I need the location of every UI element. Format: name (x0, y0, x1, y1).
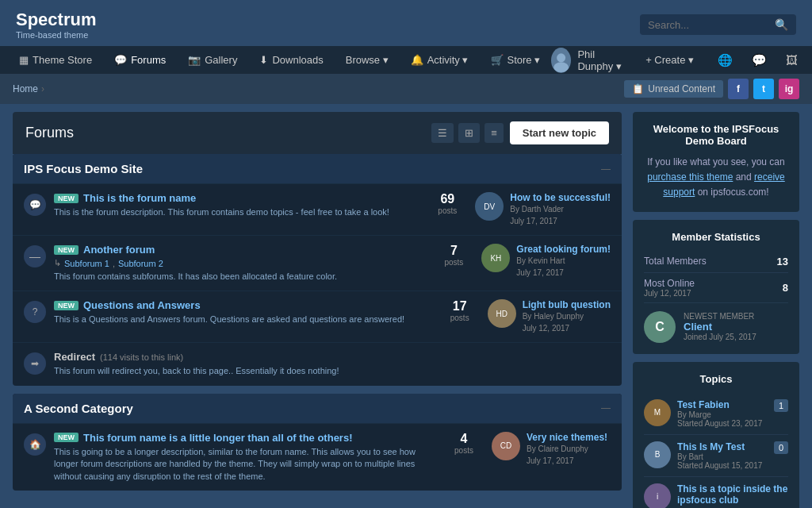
nav-activity[interactable]: 🔔 Activity ▾ (400, 46, 480, 74)
topic-content: This is a topic inside the ipsfocus club (677, 483, 788, 506)
breadcrumb-home[interactable]: Home (13, 83, 38, 94)
last-post-meta: By Darth Vader July 17, 2017 (510, 203, 611, 227)
activity-icon: 🔔 (411, 54, 423, 66)
category-1-name: IPS Focus Demo Site (24, 162, 143, 175)
forum-name[interactable]: This is the forum name (83, 192, 196, 204)
nav-images-icon[interactable]: 🖼 (779, 47, 804, 73)
forums-header: Forums ☰ ⊞ ≡ Start new topic (13, 112, 622, 154)
welcome-title: Welcome to the IPSFocus Demo Board (644, 123, 788, 147)
stat-num: 4 (444, 432, 484, 446)
new-badge: NEW (54, 194, 79, 203)
search-bar[interactable]: 🔍 (640, 14, 796, 35)
nav-messages-icon[interactable]: 💬 (745, 47, 773, 74)
member-info: NEWEST MEMBER Client Joined July 25, 201… (684, 312, 788, 341)
last-post-avatar: KH (481, 244, 510, 272)
last-post-title[interactable]: Great looking forum! (516, 244, 611, 255)
category-1-toggle[interactable]: — (601, 164, 611, 175)
stat-label: posts (444, 446, 484, 455)
subforum-2-link[interactable]: Subforum 2 (118, 259, 163, 268)
most-online-row: Most Online July 12, 2017 8 (644, 273, 788, 303)
nav-create[interactable]: + Create ▾ (634, 46, 705, 74)
category-1: IPS Focus Demo Site — 💬 NEW This is the … (13, 154, 622, 386)
forum-last-post: DV How to be successful! By Darth Vader … (475, 192, 611, 227)
total-members-row: Total Members 13 (644, 251, 788, 273)
newest-member-name[interactable]: Client (684, 321, 788, 333)
forum-status-icon: 🏠 (24, 433, 46, 456)
forum-info: NEW Questions and Answers This is a Ques… (54, 299, 432, 325)
facebook-button[interactable]: f (728, 79, 749, 99)
forum-name[interactable]: Another forum (83, 244, 155, 256)
grid-view-button[interactable]: ⊞ (458, 123, 480, 143)
last-post-title[interactable]: Very nice themes! (527, 432, 611, 443)
nav-theme-store[interactable]: ▦ Theme Store (8, 46, 103, 74)
topic-title[interactable]: Test Fabien (677, 399, 768, 410)
topic-title[interactable]: This Is My Test (677, 441, 768, 452)
subforum-1-link[interactable]: Subforum 1 (64, 259, 109, 268)
forum-name[interactable]: This forum name is a little longer than … (83, 432, 353, 444)
last-post-title[interactable]: How to be successful! (510, 192, 611, 203)
last-post-info: Great looking forum! By Kevin Hart July … (516, 244, 611, 279)
nav-gallery[interactable]: 📷 Gallery (177, 46, 248, 74)
user-name-label[interactable]: Phil Dunphy ▾ (577, 48, 628, 72)
main-nav: ▦ Theme Store 💬 Forums 📷 Gallery ⬇ Downl… (0, 46, 812, 74)
breadcrumb-separator: › (41, 83, 44, 94)
member-statistics-panel: Member Statistics Total Members 13 Most … (633, 220, 799, 354)
forum-desc: This forum will redirect you, back to th… (54, 365, 611, 377)
topics-title: Topics (644, 373, 788, 385)
topic-date: Started August 23, 2017 (677, 419, 768, 428)
unread-icon: 📋 (632, 83, 644, 94)
forum-row: ➡ Redirect (114 visits to this link) Thi… (13, 342, 622, 385)
forum-status-icon: — (24, 245, 46, 267)
view-controls: ☰ ⊞ ≡ (431, 123, 504, 143)
instagram-button[interactable]: ig (779, 79, 799, 99)
forum-last-post: CD Very nice themes! By Claire Dunphy Ju… (492, 432, 611, 467)
forum-row: ? NEW Questions and Answers This is a Qu… (13, 291, 622, 342)
last-post-info: Very nice themes! By Claire Dunphy July … (527, 432, 611, 467)
forum-desc: This is a Questions and Answers forum. Q… (54, 314, 432, 325)
forum-info: NEW This is the forum name This is the f… (54, 192, 419, 218)
list-view-button[interactable]: ☰ (431, 123, 454, 143)
stat-label: posts (427, 206, 467, 215)
purchase-theme-link[interactable]: purchase this theme (647, 171, 733, 183)
search-input[interactable] (648, 19, 775, 31)
nav-globe-icon[interactable]: 🌐 (711, 47, 739, 74)
unread-content-button[interactable]: 📋 Unread Content (624, 80, 723, 98)
svg-point-0 (557, 53, 565, 62)
category-2-name: A Second Category (24, 402, 133, 415)
forum-name[interactable]: Questions and Answers (83, 299, 201, 311)
forum-desc: This is the forum description. This foru… (54, 206, 419, 218)
stat-num: 69 (427, 192, 467, 206)
nav-store[interactable]: 🛒 Store ▾ (480, 46, 552, 74)
category-2-toggle[interactable]: — (601, 402, 611, 414)
nav-forums[interactable]: 💬 Forums (103, 46, 177, 74)
forum-row: 🏠 NEW This forum name is a little longer… (13, 423, 622, 491)
topic-count: 1 (774, 399, 788, 412)
compact-view-button[interactable]: ≡ (485, 123, 504, 143)
gallery-icon: 📷 (188, 54, 201, 66)
last-post-meta: By Kevin Hart July 17, 2017 (516, 255, 611, 279)
welcome-text: If you like what you see, you can purcha… (644, 155, 788, 201)
last-post-title[interactable]: Light bulb question (523, 299, 611, 310)
forum-info: NEW Another forum ↳ Subforum 1, Subforum… (54, 244, 426, 283)
twitter-button[interactable]: t (753, 79, 774, 99)
topic-item: B This Is My Test By Bart Started August… (644, 435, 788, 477)
nav-downloads[interactable]: ⬇ Downloads (248, 46, 334, 74)
newest-member-avatar: C (644, 311, 676, 343)
topic-item: M Test Fabien By Marge Started August 23… (644, 393, 788, 435)
forum-row: 💬 NEW This is the forum name This is the… (13, 183, 622, 235)
redirect-name[interactable]: Redirect (54, 351, 95, 363)
redirect-icon: ➡ (24, 352, 46, 375)
nav-browse[interactable]: Browse ▾ (335, 46, 400, 74)
new-badge: NEW (54, 433, 79, 442)
breadcrumb: Home › (13, 83, 44, 94)
user-avatar[interactable] (551, 48, 571, 73)
forum-desc: This is going to be a longer description… (54, 446, 436, 483)
search-icon: 🔍 (775, 18, 788, 31)
last-post-avatar: CD (492, 432, 520, 460)
forum-stats: 17 posts (440, 299, 480, 322)
subforum-row: ↳ Subforum 1, Subforum 2 (54, 258, 426, 268)
last-post-meta: By Haley Dunphy July 12, 2017 (523, 310, 611, 334)
category-2-header: A Second Category — (13, 394, 622, 423)
topic-title[interactable]: This is a topic inside the ipsfocus club (677, 483, 788, 506)
start-topic-button[interactable]: Start new topic (510, 121, 609, 144)
